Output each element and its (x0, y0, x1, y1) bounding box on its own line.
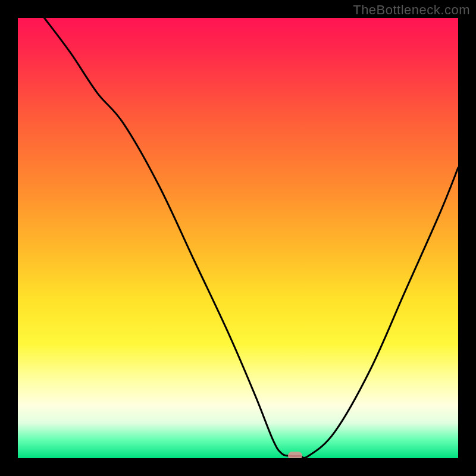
curve-svg (18, 18, 458, 458)
watermark-text: TheBottleneck.com (353, 2, 470, 18)
plot-area (18, 18, 458, 458)
chart-frame: TheBottleneck.com (0, 0, 476, 476)
bottleneck-curve (44, 18, 458, 458)
optimum-marker (288, 452, 302, 458)
